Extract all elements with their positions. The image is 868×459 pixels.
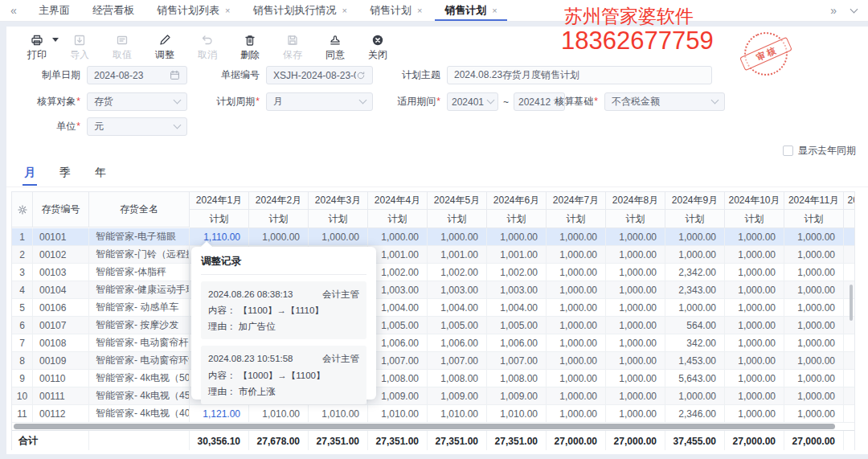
plan-value-cell[interactable]: 1,008.00	[368, 370, 428, 387]
plan-value-cell[interactable]: 1,002.00	[428, 264, 487, 281]
plan-value-cell[interactable]: 5,643.00	[665, 370, 725, 387]
plan-value-cell[interactable]: 1,000.00	[725, 334, 784, 352]
plan-value-cell[interactable]: 1,110.00	[190, 228, 249, 246]
toolbar-button-同意[interactable]: 同意	[319, 31, 351, 62]
dropdown-caret-icon[interactable]	[52, 38, 59, 42]
plan-value-cell[interactable]	[844, 246, 855, 264]
plan-value-cell[interactable]: 1,000.00	[784, 387, 844, 405]
checkbox-icon[interactable]	[783, 145, 793, 156]
plan-value-cell[interactable]: 1,006.00	[428, 334, 487, 352]
plan-value-cell[interactable]: 1,000.00	[784, 264, 844, 281]
plan-value-cell[interactable]: 1,001.00	[368, 246, 428, 264]
plan-value-cell[interactable]: 1,004.00	[368, 299, 428, 317]
tab-4[interactable]: 销售计划×	[358, 0, 433, 21]
plan-value-cell[interactable]: 1,001.00	[487, 246, 547, 264]
plan-value-cell[interactable]: 1,005.00	[487, 317, 547, 334]
collapse-tabs-icon[interactable]: «	[0, 0, 27, 21]
plan-value-cell[interactable]: 1,010.00	[249, 405, 309, 423]
table-row[interactable]: 500106智能管家- 动感单车1,004.001,004.001,004.00…	[12, 299, 855, 317]
plan-value-cell[interactable]: 1,000.00	[547, 264, 606, 281]
plan-value-cell[interactable]: 1,000.00	[606, 334, 665, 352]
plan-value-cell[interactable]: 1,000.00	[547, 405, 606, 423]
plan-value-cell[interactable]: 342.00	[665, 334, 725, 352]
tab-3[interactable]: 销售计划执行情况×	[241, 0, 358, 21]
tab-1[interactable]: 经营看板	[81, 0, 145, 21]
table-row[interactable]: 100101智能管家-电子猫眼1,110.001,000.001,000.001…	[12, 228, 855, 246]
doc-no-input[interactable]: XSJH-2024-08-23-00003	[266, 66, 373, 84]
plan-value-cell[interactable]: 1,003.00	[368, 281, 428, 299]
vertical-scrollbar[interactable]	[850, 285, 853, 321]
plan-value-cell[interactable]: 1,000.00	[428, 228, 487, 246]
toolbar-button-打印[interactable]: 打印	[21, 31, 53, 62]
plan-value-cell[interactable]: 2,342.00	[665, 264, 725, 281]
plan-value-cell[interactable]: 1,000.00	[547, 317, 606, 334]
plan-value-cell[interactable]: 1,000.00	[606, 299, 665, 317]
plan-value-cell[interactable]: 1,006.00	[368, 334, 428, 352]
plan-value-cell[interactable]: 564.00	[665, 317, 725, 334]
table-row[interactable]: 1100112智能管家- 4k电视（40寸）1,121.001,010.001,…	[12, 405, 855, 423]
plan-value-cell[interactable]: 1,000.00	[784, 246, 844, 264]
plan-value-cell[interactable]: 1,000.00	[547, 281, 606, 299]
toolbar-button-关闭[interactable]: 关闭	[362, 31, 394, 62]
plan-value-cell[interactable]: 1,000.00	[606, 246, 665, 264]
plan-value-cell[interactable]: 2,346.00	[665, 405, 725, 423]
plan-value-cell[interactable]: 1,000.00	[725, 264, 784, 281]
plan-value-cell[interactable]: 1,000.00	[606, 405, 665, 423]
plan-value-cell[interactable]: 1,000.00	[784, 352, 844, 370]
plan-value-cell[interactable]: 1,003.00	[487, 281, 547, 299]
toolbar-button-调整[interactable]: 调整	[149, 31, 181, 62]
tab-menu-chevron-icon[interactable]	[850, 6, 858, 14]
plan-value-cell[interactable]: 1,007.00	[368, 352, 428, 370]
plan-value-cell[interactable]: 1,000.00	[606, 228, 665, 246]
plan-value-cell[interactable]: 1,000.00	[487, 228, 547, 246]
plan-value-cell[interactable]: 1,001.00	[428, 246, 487, 264]
close-tab-icon[interactable]: ×	[417, 6, 422, 15]
plan-value-cell[interactable]: 1,000.00	[606, 264, 665, 281]
period-tab-月[interactable]: 月	[24, 166, 35, 186]
toolbar-button-删除[interactable]: 删除	[234, 31, 266, 62]
plan-value-cell[interactable]: 1,453.00	[665, 352, 725, 370]
plan-value-cell[interactable]: 1,004.00	[487, 299, 547, 317]
plan-value-cell[interactable]: 1,000.00	[784, 281, 844, 299]
make-date-input[interactable]: 2024-08-23	[87, 66, 187, 84]
plan-value-cell[interactable]	[844, 352, 855, 370]
plan-value-cell[interactable]: 1,000.00	[784, 317, 844, 334]
plan-value-cell[interactable]: 1,000.00	[725, 246, 784, 264]
plan-value-cell[interactable]	[844, 228, 855, 246]
plan-value-cell[interactable]: 1,000.00	[784, 299, 844, 317]
table-row[interactable]: 200102智能管家-门铃（远程提示）1,001.001,001.001,001…	[12, 246, 855, 264]
plan-value-cell[interactable]: 1,000.00	[547, 387, 606, 405]
plan-value-cell[interactable]: 1,009.00	[428, 387, 487, 405]
plan-value-cell[interactable]: 1,008.00	[487, 370, 547, 387]
plan-value-cell[interactable]: 1,006.00	[487, 334, 547, 352]
close-tab-icon[interactable]: ×	[492, 6, 497, 15]
plan-value-cell[interactable]: 1,000.00	[309, 228, 368, 246]
plan-value-cell[interactable]: 1,000.00	[725, 317, 784, 334]
plan-value-cell[interactable]: 1,010.00	[368, 405, 428, 423]
plan-value-cell[interactable]: 1,002.00	[487, 264, 547, 281]
period-tab-季[interactable]: 季	[59, 166, 71, 186]
plan-value-cell[interactable]: 1,000.00	[665, 387, 725, 405]
plan-value-cell[interactable]: 1,010.00	[428, 405, 487, 423]
plan-value-cell[interactable]: 1,000.00	[606, 370, 665, 387]
table-row[interactable]: 900110智能管家- 4k电视（50寸）1,008.001,008.001,0…	[12, 370, 855, 387]
table-row[interactable]: 700108智能管家- 电动窗帘杆1,006.001,006.001,006.0…	[12, 334, 855, 352]
plan-value-cell[interactable]: 1,000.00	[368, 228, 428, 246]
plan-value-cell[interactable]: 1,000.00	[547, 352, 606, 370]
period-from-select[interactable]: 202401	[447, 92, 498, 111]
plan-value-cell[interactable]: 1,000.00	[606, 317, 665, 334]
close-tab-icon[interactable]: ×	[342, 6, 346, 15]
plan-value-cell[interactable]: 1,000.00	[725, 352, 784, 370]
more-tabs-icon[interactable]: »	[830, 4, 837, 17]
plan-value-cell[interactable]: 1,002.00	[368, 264, 428, 281]
plan-value-cell[interactable]: 1,005.00	[428, 317, 487, 334]
tab-2[interactable]: 销售计划列表×	[145, 0, 241, 21]
plan-value-cell[interactable]	[844, 405, 855, 423]
plan-value-cell[interactable]: 1,000.00	[606, 281, 665, 299]
plan-value-cell[interactable]	[844, 334, 855, 352]
plan-value-cell[interactable]: 1,000.00	[547, 370, 606, 387]
plan-value-cell[interactable]	[844, 264, 855, 281]
plan-value-cell[interactable]: 1,008.00	[428, 370, 487, 387]
plan-value-cell[interactable]: 1,000.00	[725, 405, 784, 423]
plan-value-cell[interactable]: 1,000.00	[606, 387, 665, 405]
